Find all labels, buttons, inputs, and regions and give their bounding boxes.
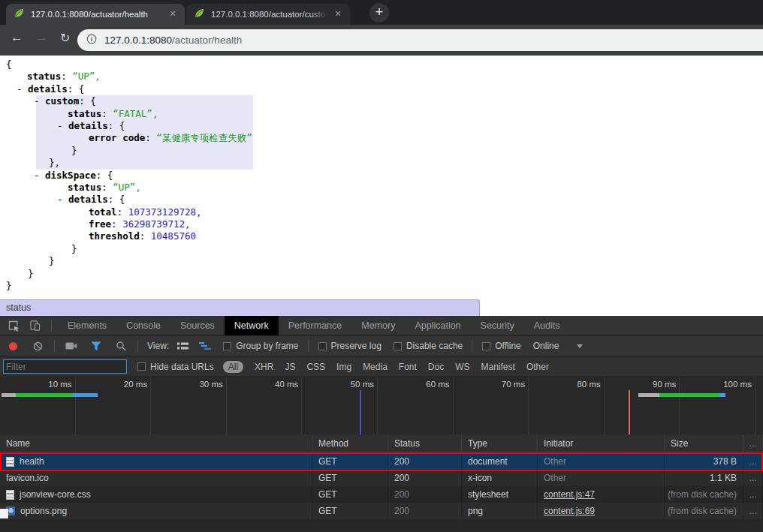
- column-header-status[interactable]: Status: [388, 434, 462, 452]
- json-punct: }: [28, 268, 34, 279]
- disable-cache-checkbox[interactable]: [394, 342, 402, 350]
- filter-chip-media[interactable]: Media: [363, 362, 388, 372]
- tab-sources[interactable]: Sources: [170, 316, 225, 335]
- request-initiator-cell: content.js:47: [538, 486, 665, 503]
- tab-application[interactable]: Application: [405, 316, 470, 335]
- filter-chip-other[interactable]: Other: [526, 362, 549, 372]
- size-text: (from disk cache): [668, 503, 737, 519]
- filter-chip-img[interactable]: Img: [336, 362, 351, 372]
- table-row[interactable]: healthGET200documentOther378 B...: [0, 453, 763, 470]
- address-bar[interactable]: 127.0.0.1:8080/actuator/health: [77, 29, 763, 51]
- json-punct: {: [6, 59, 12, 70]
- filter-chip-all[interactable]: All: [223, 361, 243, 373]
- collapse-marker[interactable]: -: [57, 194, 68, 206]
- json-key: status: [27, 71, 61, 82]
- json-line: }: [0, 280, 763, 292]
- filter-input[interactable]: [3, 359, 127, 374]
- table-row[interactable]: options.pngGET200pngcontent.js:69(from d…: [0, 503, 763, 519]
- page-info-icon[interactable]: [86, 34, 97, 47]
- json-key: diskSpace: [45, 170, 96, 181]
- tab-console[interactable]: Console: [116, 316, 170, 335]
- clear-icon[interactable]: [30, 338, 45, 353]
- search-icon[interactable]: [113, 338, 128, 353]
- view-waterfall-icon[interactable]: [198, 338, 213, 353]
- view-list-icon[interactable]: [175, 338, 190, 353]
- url-text: 127.0.0.1:8080/actuator/health: [104, 35, 242, 46]
- collapse-marker[interactable]: -: [57, 120, 68, 132]
- filter-chip-font[interactable]: Font: [399, 362, 417, 372]
- json-value: “某健康专项检查失败”: [156, 132, 252, 143]
- tab-network[interactable]: Network: [225, 316, 279, 335]
- document-icon: [6, 490, 14, 500]
- tab-security[interactable]: Security: [471, 316, 524, 335]
- domcontentloaded-line: [360, 390, 361, 434]
- screenshot-camera-icon[interactable]: [64, 338, 79, 353]
- tab-elements[interactable]: Elements: [58, 316, 116, 335]
- preserve-log-checkbox[interactable]: [318, 342, 327, 350]
- json-line: status: “FATAL”,: [0, 108, 763, 120]
- json-line: }: [0, 268, 763, 280]
- waterfall-bar: [2, 393, 98, 397]
- json-key: total: [89, 206, 117, 218]
- initiator-link[interactable]: content.js:47: [544, 486, 595, 503]
- divider: [54, 340, 55, 352]
- filter-chip-js[interactable]: JS: [285, 362, 295, 372]
- back-button[interactable]: ←: [11, 30, 23, 45]
- filter-chip-manifest[interactable]: Manifest: [481, 362, 515, 372]
- hide-data-urls-label: Hide data URLs: [150, 362, 214, 372]
- request-size-cell: (from disk cache): [665, 486, 743, 503]
- timeline-tick: 50 ms: [302, 377, 378, 434]
- close-icon[interactable]: ×: [167, 8, 179, 20]
- chevron-down-icon[interactable]: [577, 344, 583, 348]
- filter-chip-xhr[interactable]: XHR: [255, 362, 273, 372]
- collapse-marker[interactable]: -: [34, 170, 45, 182]
- group-by-frame-checkbox[interactable]: [223, 342, 231, 350]
- filter-chip-css[interactable]: CSS: [306, 362, 325, 372]
- request-name-cell: favicon.ico: [0, 470, 312, 486]
- request-name-cell: health: [0, 453, 312, 470]
- hide-data-urls-checkbox[interactable]: [137, 362, 146, 371]
- size-text: (from disk cache): [668, 486, 737, 503]
- timeline-tick: 60 ms: [378, 377, 454, 434]
- request-method-cell: GET: [312, 453, 388, 470]
- close-icon[interactable]: ×: [332, 8, 344, 20]
- browser-tab[interactable]: 127.0.0.1:8080/actuator/health×: [6, 4, 185, 25]
- forward-button[interactable]: →: [35, 30, 48, 45]
- reload-button[interactable]: ↻: [60, 31, 70, 45]
- filter-chip-ws[interactable]: WS: [455, 362, 469, 372]
- size-text: 1.1 KB: [710, 470, 737, 486]
- device-toolbar-icon[interactable]: [27, 318, 42, 333]
- column-header-initiator[interactable]: Initiator: [538, 434, 665, 452]
- json-colon: :: [117, 206, 128, 218]
- browser-tab[interactable]: 127.0.0.1:8080/actuator/custo×: [186, 4, 350, 25]
- new-tab-button[interactable]: +: [369, 3, 389, 23]
- filter-chip-doc[interactable]: Doc: [428, 362, 444, 372]
- table-row[interactable]: favicon.icoGET200x-iconOther1.1 KB...: [0, 470, 763, 486]
- tab-performance[interactable]: Performance: [279, 316, 352, 335]
- offline-checkbox[interactable]: [482, 342, 490, 350]
- inspect-element-icon[interactable]: [6, 318, 21, 333]
- tab-memory[interactable]: Memory: [351, 316, 405, 335]
- json-punct: },: [49, 157, 60, 168]
- status-code: 200: [394, 486, 409, 503]
- column-header-type[interactable]: Type: [462, 434, 538, 452]
- tab-audits[interactable]: Audits: [524, 316, 570, 335]
- json-line: status: “UP”,: [0, 71, 763, 83]
- table-row[interactable]: jsonview-core.cssGET200stylesheetcontent…: [0, 486, 763, 503]
- request-type-cell: x-icon: [462, 470, 538, 486]
- network-overview-timeline[interactable]: 10 ms20 ms30 ms40 ms50 ms60 ms70 ms80 ms…: [0, 377, 763, 434]
- timeline-tick: 80 ms: [529, 377, 605, 434]
- tab-title-fade: [311, 8, 330, 21]
- load-line: [629, 390, 630, 434]
- column-header-name[interactable]: Name: [0, 434, 312, 452]
- filter-funnel-icon[interactable]: [89, 338, 104, 353]
- column-header-size[interactable]: Size: [665, 434, 743, 452]
- throttling-select[interactable]: Online: [533, 341, 559, 351]
- column-header-method[interactable]: Method: [312, 434, 388, 452]
- collapse-marker[interactable]: -: [17, 83, 28, 95]
- record-icon[interactable]: [9, 342, 17, 350]
- collapse-marker[interactable]: -: [34, 95, 45, 107]
- timeline-tick: 100 ms: [680, 377, 755, 434]
- initiator-link[interactable]: content.js:69: [544, 503, 595, 519]
- column-header-[interactable]: ...: [743, 434, 763, 452]
